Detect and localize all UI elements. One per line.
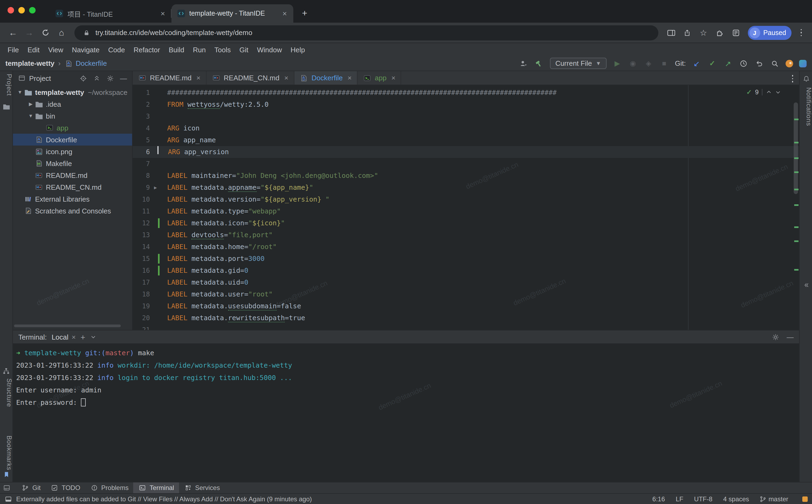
stop-button[interactable]: ■ — [659, 58, 669, 68]
editor-tab-readme-cn-md[interactable]: README_CN.md× — [207, 71, 294, 85]
tool-stripe-project[interactable]: Project — [0, 74, 13, 96]
git-update-icon[interactable]: ↙ — [692, 58, 701, 68]
tool-window-button-services[interactable]: Services — [179, 482, 225, 493]
code-line-8[interactable]: 8LABEL maintainer="John Deng <john.deng@… — [133, 170, 799, 182]
address-bar[interactable]: try.titanide.cn/ide/web/coding/template-… — [74, 25, 658, 40]
git-commit-icon[interactable]: ✓ — [707, 58, 717, 68]
tool-windows-toggle-icon[interactable] — [3, 484, 10, 492]
structure-icon[interactable] — [3, 368, 10, 375]
code-line-5[interactable]: 5ARG app_name — [133, 134, 799, 146]
menu-item-file[interactable]: File — [3, 44, 23, 55]
collapse-stripe-icon[interactable] — [803, 282, 809, 288]
code-line-6[interactable]: 6ARG app_version — [133, 146, 799, 158]
code-line-13[interactable]: 13LABEL devtools="file,port" — [133, 229, 799, 241]
code-line-16[interactable]: 16LABEL metadata.gid=0 — [133, 265, 799, 277]
menu-item-edit[interactable]: Edit — [23, 44, 44, 55]
history-clock-icon[interactable] — [739, 58, 748, 68]
reload-button[interactable] — [38, 25, 53, 40]
tool-window-button-todo[interactable]: TODO — [46, 482, 85, 493]
code-line-19[interactable]: 19LABEL metadata.usesubdomain=false — [133, 300, 799, 312]
menu-item-help[interactable]: Help — [286, 44, 309, 55]
breadcrumb-root[interactable]: template-wetty — [5, 59, 54, 67]
locate-file-icon[interactable] — [79, 74, 87, 82]
notifications-bell-icon[interactable] — [803, 75, 810, 82]
indent-setting[interactable]: 4 spaces — [723, 495, 749, 503]
code-line-10[interactable]: 10LABEL metadata.version="${app_version}… — [133, 194, 799, 205]
browser-tab-0[interactable]: 项目 - TitanIDE× — [50, 4, 171, 23]
tool-window-button-problems[interactable]: Problems — [85, 482, 133, 493]
browser-menu-icon[interactable] — [796, 25, 807, 40]
code-line-20[interactable]: 20LABEL metadata.rewritesubpath=true — [133, 312, 799, 324]
browser-tab-1[interactable]: template-wetty - TitanIDE× — [171, 4, 293, 23]
menu-item-window[interactable]: Window — [253, 44, 286, 55]
terminal-output[interactable]: ➜ template-wetty git:(master) make2023-0… — [13, 344, 799, 482]
editor-tab-dockerfile[interactable]: Dockerfile× — [294, 71, 358, 85]
ide-indicator-badge[interactable] — [802, 496, 808, 502]
code-line-21[interactable]: 21 — [133, 324, 799, 330]
tree-item-scratches-and-consoles[interactable]: Scratches and Consoles — [13, 205, 132, 217]
breadcrumb-current[interactable]: Dockerfile — [76, 59, 107, 67]
share-icon[interactable] — [680, 25, 695, 40]
code-line-1[interactable]: 1#######################################… — [133, 87, 799, 99]
horizontal-scrollbar[interactable] — [14, 325, 121, 327]
terminal-tab-close-icon[interactable]: × — [72, 333, 76, 341]
editor-scrollbar-thumb[interactable] — [794, 102, 798, 194]
next-problem-icon[interactable] — [775, 88, 781, 96]
status-message[interactable]: Externally added files can be added to G… — [16, 495, 312, 503]
chevron-down-icon[interactable]: ▼ — [27, 113, 35, 119]
inspections-widget[interactable]: ✓ 9 — [746, 88, 781, 96]
profile-button[interactable]: J Paused — [748, 26, 792, 40]
code-line-17[interactable]: 17LABEL metadata.uid=0 — [133, 277, 799, 288]
bookmark-star-icon[interactable]: ☆ — [696, 25, 711, 40]
extensions-icon[interactable] — [712, 25, 727, 40]
menu-item-build[interactable]: Build — [164, 44, 189, 55]
menu-item-git[interactable]: Git — [235, 44, 253, 55]
forward-button[interactable]: → — [22, 25, 37, 40]
terminal-settings-gear-icon[interactable] — [771, 333, 780, 341]
ide-services-icon[interactable] — [799, 60, 807, 67]
editor-tab-app[interactable]: app× — [357, 71, 401, 85]
code-line-7[interactable]: 7 — [133, 158, 799, 170]
profile-settings-icon[interactable] — [519, 58, 528, 68]
terminal-tab-local[interactable]: Local × — [52, 333, 76, 341]
tree-item-idea[interactable]: ▶.idea — [13, 98, 132, 110]
menu-item-tools[interactable]: Tools — [210, 44, 235, 55]
code-line-18[interactable]: 18LABEL metadata.user="root" — [133, 288, 799, 300]
settings-gear-icon[interactable] — [106, 74, 114, 82]
code-line-14[interactable]: 14LABEL metadata.home="/root" — [133, 241, 799, 253]
tool-window-button-git[interactable]: Git — [16, 482, 46, 493]
new-tab-button[interactable]: + — [298, 6, 312, 20]
line-separator[interactable]: LF — [676, 495, 683, 503]
run-button[interactable]: ▶ — [613, 58, 622, 68]
tree-item-readme-md[interactable]: README.md — [13, 169, 132, 181]
debug-button[interactable]: ◉ — [628, 58, 638, 68]
code-line-9[interactable]: 9▶LABEL metadata.appname="${app_name}" — [133, 182, 799, 194]
new-terminal-session-icon[interactable]: + — [81, 332, 85, 341]
tab-close-icon[interactable]: × — [347, 74, 352, 82]
code-line-12[interactable]: 12LABEL metadata.icon="${icon}" — [133, 217, 799, 229]
tree-item-icon-png[interactable]: icon.png — [13, 146, 132, 157]
file-encoding[interactable]: UTF-8 — [694, 495, 713, 503]
back-button[interactable]: ← — [5, 25, 20, 40]
tool-stripe-structure[interactable]: Structure — [0, 378, 13, 407]
menu-item-code[interactable]: Code — [104, 44, 129, 55]
menu-item-navigate[interactable]: Navigate — [68, 44, 104, 55]
menu-item-refactor[interactable]: Refactor — [129, 44, 164, 55]
tree-item-app[interactable]: app — [13, 122, 132, 134]
tab-close-icon[interactable]: × — [197, 74, 201, 82]
rollback-icon[interactable] — [754, 58, 764, 68]
reading-list-icon[interactable] — [728, 25, 743, 40]
chevron-down-icon[interactable]: ▼ — [16, 89, 24, 95]
tree-item-makefile[interactable]: Makefile — [13, 157, 132, 169]
fold-marker-icon[interactable]: ▶ — [154, 182, 157, 194]
tab-close-icon[interactable]: × — [160, 9, 166, 18]
run-configuration-selector[interactable]: Current File ▼ — [550, 58, 607, 69]
collapse-all-icon[interactable] — [92, 74, 101, 82]
tool-stripe-notifications[interactable]: Notifications — [800, 87, 812, 126]
minimize-window-button[interactable] — [18, 7, 25, 13]
side-panel-icon[interactable] — [663, 25, 679, 40]
tree-item-readme-cn-md[interactable]: README_CN.md — [13, 181, 132, 193]
editor-body[interactable]: 1#######################################… — [133, 85, 799, 330]
bookmark-icon[interactable] — [3, 471, 10, 478]
menu-item-view[interactable]: View — [44, 44, 68, 55]
